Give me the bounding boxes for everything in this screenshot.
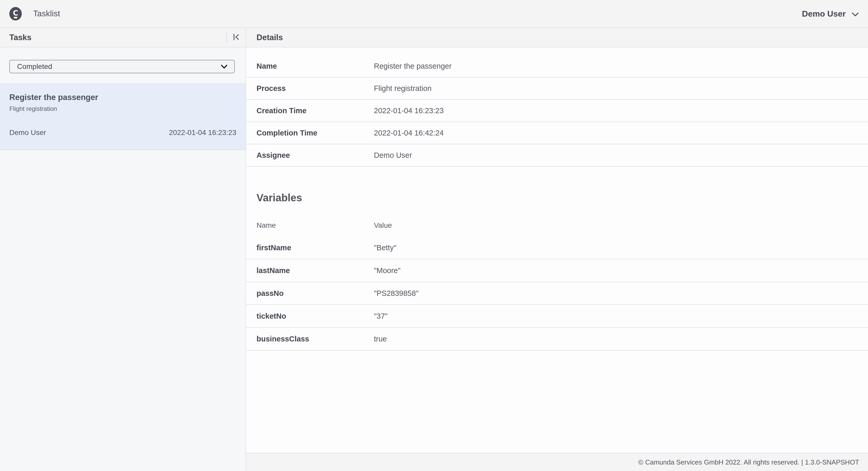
variables-table: Name Value firstName "Betty" lastName "M… xyxy=(246,214,868,350)
variable-name: lastName xyxy=(256,266,374,275)
details-label: Name xyxy=(256,62,374,70)
chevron-down-icon xyxy=(221,62,227,71)
app-title: Tasklist xyxy=(33,9,60,19)
footer: © Camunda Services GmbH 2022. All rights… xyxy=(246,453,868,471)
variable-row-businessClass: businessClass true xyxy=(246,328,868,350)
details-row-process: Process Flight registration xyxy=(246,77,868,100)
task-filter-value: Completed xyxy=(17,62,52,71)
user-name: Demo User xyxy=(802,9,846,19)
variable-row-firstName: firstName "Betty" xyxy=(246,237,868,259)
camunda-logo-icon: C xyxy=(9,7,22,21)
details-value: Register the passenger xyxy=(374,62,868,70)
app-header: C Tasklist Demo User xyxy=(0,0,868,28)
details-value: Flight registration xyxy=(374,84,868,93)
collapse-left-icon xyxy=(232,33,241,42)
content-area: Tasks Completed xyxy=(0,28,868,471)
details-panel-body: Name Register the passenger Process Flig… xyxy=(246,48,868,453)
svg-text:C: C xyxy=(13,9,19,18)
variable-name: businessClass xyxy=(256,335,374,343)
details-value: 2022-01-04 16:23:23 xyxy=(374,106,868,115)
variable-name: firstName xyxy=(256,244,374,252)
app-root: C Tasklist Demo User Tasks xyxy=(0,0,868,471)
tasks-panel-title: Tasks xyxy=(9,33,32,42)
details-label: Assignee xyxy=(256,151,374,160)
variable-name: passNo xyxy=(256,289,374,298)
variables-header-row: Name Value xyxy=(246,214,868,237)
variable-value: "Moore" xyxy=(374,266,868,275)
variables-col-name: Name xyxy=(256,221,374,229)
variable-row-ticketNo: ticketNo "37" xyxy=(246,305,868,328)
variable-row-lastName: lastName "Moore" xyxy=(246,259,868,282)
details-label: Creation Time xyxy=(256,106,374,115)
variable-row-passNo: passNo "PS2839858" xyxy=(246,282,868,305)
details-panel-title: Details xyxy=(256,33,283,42)
variables-title: Variables xyxy=(256,191,868,204)
variables-col-value: Value xyxy=(374,221,868,229)
tasks-panel-header-actions xyxy=(226,28,246,47)
details-panel-header: Details xyxy=(246,28,868,48)
collapse-panel-button[interactable] xyxy=(227,28,246,47)
variable-name: ticketNo xyxy=(256,312,374,320)
tasks-panel-header: Tasks xyxy=(0,28,246,48)
details-label: Process xyxy=(256,84,374,93)
chevron-down-icon xyxy=(852,9,859,19)
details-row-assignee: Assignee Demo User xyxy=(246,144,868,166)
details-value: Demo User xyxy=(374,151,868,160)
variable-value: "Betty" xyxy=(374,244,868,252)
details-row-creation-time: Creation Time 2022-01-04 16:23:23 xyxy=(246,100,868,122)
variable-value: "37" xyxy=(374,312,868,320)
variable-value: true xyxy=(374,335,868,343)
task-name: Register the passenger xyxy=(9,93,236,102)
details-label: Completion Time xyxy=(256,129,374,137)
details-panel: Details Name Register the passenger Proc… xyxy=(246,28,868,471)
task-filter-select[interactable]: Completed xyxy=(9,60,235,73)
footer-text: © Camunda Services GmbH 2022. All rights… xyxy=(639,458,859,466)
details-row-completion-time: Completion Time 2022-01-04 16:42:24 xyxy=(246,122,868,144)
task-creation-time: 2022-01-04 16:23:23 xyxy=(169,128,236,137)
task-list-item[interactable]: Register the passenger Flight registrati… xyxy=(0,83,246,150)
task-process: Flight registration xyxy=(9,105,236,113)
tasks-panel: Tasks Completed xyxy=(0,28,246,471)
task-assignee: Demo User xyxy=(9,128,46,137)
details-row-name: Name Register the passenger xyxy=(246,55,868,77)
details-value: 2022-01-04 16:42:24 xyxy=(374,129,868,137)
tasks-panel-body: Completed Register the passenger Flight … xyxy=(0,48,246,471)
variable-value: "PS2839858" xyxy=(374,289,868,298)
details-table: Name Register the passenger Process Flig… xyxy=(246,55,868,166)
user-menu-button[interactable]: Demo User xyxy=(802,9,859,19)
task-meta-row: Demo User 2022-01-04 16:23:23 xyxy=(9,128,236,137)
